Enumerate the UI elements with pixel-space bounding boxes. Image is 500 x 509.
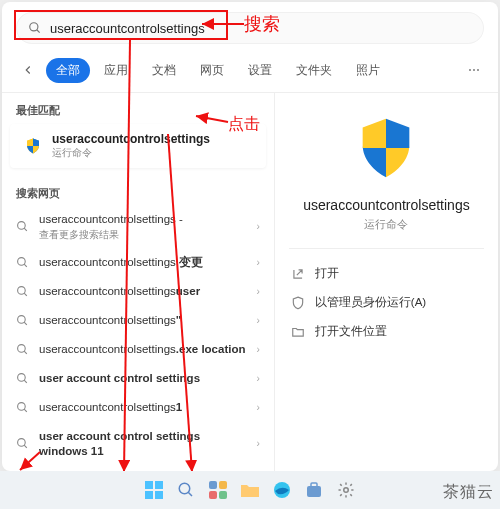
result-text: useraccountcontrolsettings" xyxy=(39,313,246,328)
svg-line-30 xyxy=(188,492,192,496)
taskbar-settings[interactable] xyxy=(335,479,357,501)
action-open[interactable]: 打开 xyxy=(289,259,484,288)
svg-rect-37 xyxy=(311,483,317,487)
svg-line-9 xyxy=(24,322,27,325)
search-icon xyxy=(16,256,29,269)
svg-rect-33 xyxy=(209,491,217,499)
taskbar-store[interactable] xyxy=(303,479,325,501)
svg-rect-26 xyxy=(155,481,163,489)
chevron-right-icon: › xyxy=(256,315,259,326)
svg-point-2 xyxy=(18,222,26,230)
svg-point-38 xyxy=(344,488,349,493)
svg-point-10 xyxy=(18,344,26,352)
chevron-right-icon: › xyxy=(256,344,259,355)
svg-line-13 xyxy=(24,380,27,383)
taskbar-search[interactable] xyxy=(175,479,197,501)
taskbar xyxy=(0,471,500,509)
tab-documents[interactable]: 文档 xyxy=(142,58,186,83)
svg-point-16 xyxy=(18,439,26,447)
tabs-more[interactable]: ⋯ xyxy=(462,59,486,81)
tab-photos[interactable]: 照片 xyxy=(346,58,390,83)
search-icon xyxy=(16,437,29,450)
action-admin[interactable]: 以管理员身份运行(A) xyxy=(289,288,484,317)
tab-settings[interactable]: 设置 xyxy=(238,58,282,83)
search-result[interactable]: useraccountcontrolsettings - 查看更多搜索结果 › xyxy=(2,205,274,248)
svg-point-12 xyxy=(18,373,26,381)
search-result[interactable]: useraccountcontrolsettings 变更 › xyxy=(2,248,274,277)
edge-icon xyxy=(273,481,291,499)
svg-rect-28 xyxy=(155,491,163,499)
search-input[interactable] xyxy=(50,21,472,36)
svg-line-15 xyxy=(24,409,27,412)
svg-rect-25 xyxy=(145,481,153,489)
result-text: useraccountcontrolsettings 变更 xyxy=(39,255,246,270)
search-result[interactable]: useraccountcontrolsettings" › xyxy=(2,306,274,335)
results-panel: 最佳匹配 useraccountcontrolsettings 运行命令 xyxy=(2,93,275,471)
chevron-right-icon: › xyxy=(256,286,259,297)
search-icon xyxy=(177,481,195,499)
action-label: 以管理员身份运行(A) xyxy=(315,295,426,310)
result-text: user account control settings xyxy=(39,371,246,386)
chevron-right-icon: › xyxy=(256,402,259,413)
svg-point-14 xyxy=(18,402,26,410)
svg-line-1 xyxy=(37,30,40,33)
taskbar-edge[interactable] xyxy=(271,479,293,501)
result-text: useraccountcontrolsettings - 查看更多搜索结果 xyxy=(39,212,246,241)
svg-rect-32 xyxy=(219,481,227,489)
detail-title: useraccountcontrolsettings xyxy=(303,197,470,213)
result-text: useraccountcontrolsettingsuser xyxy=(39,284,246,299)
chevron-right-icon: › xyxy=(256,257,259,268)
shield-icon xyxy=(24,137,42,155)
tab-web[interactable]: 网页 xyxy=(190,58,234,83)
search-icon xyxy=(28,21,42,35)
tab-apps[interactable]: 应用 xyxy=(94,58,138,83)
open-icon xyxy=(291,267,305,281)
best-match-item[interactable]: useraccountcontrolsettings 运行命令 xyxy=(10,124,266,168)
svg-rect-34 xyxy=(219,491,227,499)
taskbar-widgets[interactable] xyxy=(207,479,229,501)
search-result[interactable]: useraccountcontrolsettings.exe location … xyxy=(2,335,274,364)
search-box[interactable] xyxy=(16,12,484,44)
folder-icon xyxy=(240,482,260,498)
search-result[interactable]: user account control settings › xyxy=(2,364,274,393)
store-icon xyxy=(305,481,323,499)
action-folder[interactable]: 打开文件位置 xyxy=(289,317,484,346)
gear-icon xyxy=(337,481,355,499)
windows-icon xyxy=(145,481,163,499)
search-icon xyxy=(16,372,29,385)
taskbar-explorer[interactable] xyxy=(239,479,261,501)
svg-point-6 xyxy=(18,286,26,294)
svg-line-17 xyxy=(24,445,27,448)
svg-point-29 xyxy=(179,483,190,494)
widgets-icon xyxy=(209,481,227,499)
search-icon xyxy=(16,401,29,414)
svg-line-11 xyxy=(24,351,27,354)
chevron-right-icon: › xyxy=(256,438,259,449)
svg-rect-31 xyxy=(209,481,217,489)
search-result[interactable]: user account control settings windows 11… xyxy=(2,422,274,466)
best-match-header: 最佳匹配 xyxy=(2,93,274,122)
svg-line-3 xyxy=(24,228,27,231)
result-text: user account control settings windows 11 xyxy=(39,429,246,459)
tab-folders[interactable]: 文件夹 xyxy=(286,58,342,83)
action-label: 打开 xyxy=(315,266,339,281)
action-label: 打开文件位置 xyxy=(315,324,387,339)
svg-line-7 xyxy=(24,293,27,296)
back-button[interactable] xyxy=(14,56,42,84)
tab-all[interactable]: 全部 xyxy=(46,58,90,83)
detail-divider xyxy=(289,248,484,249)
best-match-subtitle: 运行命令 xyxy=(52,146,210,160)
detail-subtitle: 运行命令 xyxy=(364,217,408,232)
watermark: 茶猫云 xyxy=(443,482,494,503)
search-result[interactable]: useraccountcontrolsettings1 › xyxy=(2,393,274,422)
start-button[interactable] xyxy=(143,479,165,501)
svg-point-0 xyxy=(30,23,38,31)
admin-icon xyxy=(291,296,305,310)
search-result[interactable]: useraccountcontrolsettingsuser › xyxy=(2,277,274,306)
svg-line-5 xyxy=(24,264,27,267)
web-results-header: 搜索网页 xyxy=(2,176,274,205)
chevron-right-icon: › xyxy=(256,373,259,384)
best-match-title: useraccountcontrolsettings xyxy=(52,132,210,146)
svg-point-8 xyxy=(18,315,26,323)
shield-hero-icon xyxy=(351,113,421,183)
